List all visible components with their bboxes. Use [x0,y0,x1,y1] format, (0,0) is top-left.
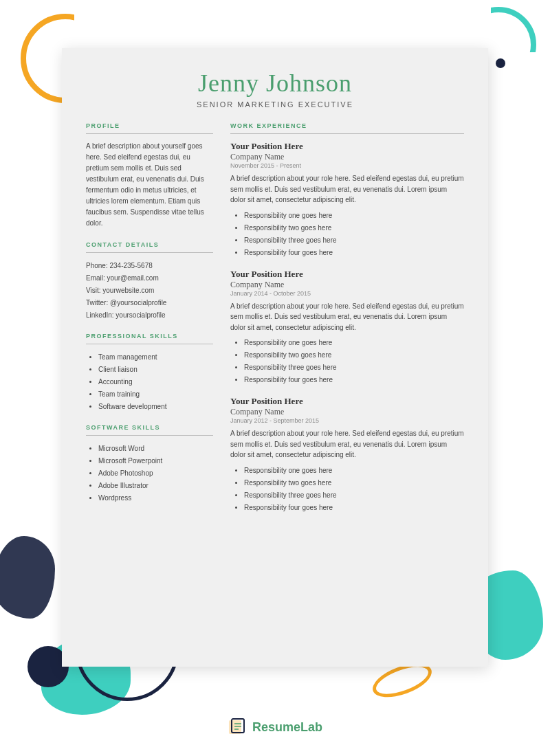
dark-dot-decoration [496,58,505,68]
profile-label: PROFILE [86,122,213,129]
software-skill-item: Microsoft Word [98,443,213,455]
contact-divider [86,252,213,253]
responsibility-item: Responsibility four goes here [244,247,464,259]
software-skills-section: SOFTWARE SKILLS Microsoft WordMicrosoft … [86,424,213,504]
software-skill-item: Wordpress [98,492,213,504]
work-experience-label: WORK EXPERIENCE [230,122,464,129]
navy-blob-decoration [0,536,55,619]
profile-divider [86,133,213,134]
work-entries-container: Your Position HereCompany NameNovember 2… [230,141,464,514]
work-position: Your Position Here [230,141,464,152]
footer-logo-text: ResumeLab [252,720,322,735]
contact-website: Visit: yourwebsite.com [86,285,213,297]
contact-details: Phone: 234-235-5678 Email: your@email.co… [86,260,213,322]
work-dates: January 2012 - September 2015 [230,417,464,424]
professional-skill-item: Software development [98,401,213,413]
software-skills-label: SOFTWARE SKILLS [86,424,213,431]
responsibility-item: Responsibility four goes here [244,374,464,386]
work-entry: Your Position HereCompany NameJanuary 20… [230,396,464,514]
work-description: A brief description about your role here… [230,173,464,205]
responsibility-item: Responsibility one goes here [244,337,464,349]
work-entry: Your Position HereCompany NameNovember 2… [230,141,464,259]
resumelab-logo-icon [228,718,247,737]
work-description: A brief description about your role here… [230,301,464,333]
responsibilities-list: Responsibility one goes hereResponsibili… [230,337,464,386]
resume-card: Jenny Johnson SENIOR MARKETING EXECUTIVE… [62,48,488,667]
responsibility-item: Responsibility two goes here [244,477,464,489]
work-entry: Your Position HereCompany NameJanuary 20… [230,269,464,387]
profile-section: PROFILE A brief description about yourse… [86,122,213,229]
responsibilities-list: Responsibility one goes hereResponsibili… [230,465,464,514]
professional-skill-item: Accounting [98,376,213,388]
candidate-title: SENIOR MARKETING EXECUTIVE [86,100,464,109]
work-dates: January 2014 - October 2015 [230,290,464,297]
work-experience-divider [230,133,464,134]
responsibility-item: Responsibility four goes here [244,502,464,514]
contact-section: CONTACT DETAILS Phone: 234-235-5678 Emai… [86,241,213,322]
footer-logo-resume: Resume [252,720,300,734]
software-skills-list: Microsoft WordMicrosoft PowerpointAdobe … [86,443,213,504]
resume-body: PROFILE A brief description about yourse… [86,122,464,525]
left-column: PROFILE A brief description about yourse… [86,122,213,525]
responsibilities-list: Responsibility one goes hereResponsibili… [230,210,464,259]
work-description: A brief description about your role here… [230,428,464,460]
responsibility-item: Responsibility two goes here [244,349,464,362]
resume-header: Jenny Johnson SENIOR MARKETING EXECUTIVE [86,69,464,109]
contact-email: Email: your@email.com [86,272,213,285]
contact-label: CONTACT DETAILS [86,241,213,248]
software-skill-item: Microsoft Powerpoint [98,455,213,467]
work-position: Your Position Here [230,396,464,407]
contact-phone: Phone: 234-235-5678 [86,260,213,272]
right-column: WORK EXPERIENCE Your Position HereCompan… [230,122,464,525]
professional-skill-item: Team training [98,388,213,401]
software-skill-item: Adobe Photoshop [98,467,213,480]
footer-logo-lab: Lab [300,720,322,734]
professional-skills-list: Team managementClient liaisonAccountingT… [86,351,213,413]
responsibility-item: Responsibility three goes here [244,234,464,247]
professional-skills-section: PROFESSIONAL SKILLS Team managementClien… [86,333,213,413]
profile-text: A brief description about yourself goes … [86,141,213,229]
contact-linkedin: LinkedIn: yoursocialprofile [86,309,213,322]
professional-skill-item: Team management [98,351,213,364]
responsibility-item: Responsibility one goes here [244,210,464,222]
software-skill-item: Adobe Illustrator [98,480,213,492]
footer-logo: ResumeLab [228,718,322,737]
work-experience-section: WORK EXPERIENCE Your Position HereCompan… [230,122,464,514]
work-company: Company Name [230,152,464,162]
candidate-name: Jenny Johnson [86,69,464,98]
professional-skills-divider [86,344,213,344]
work-company: Company Name [230,407,464,417]
work-dates: November 2015 - Present [230,162,464,169]
responsibility-item: Responsibility one goes here [244,465,464,477]
software-skills-divider [86,435,213,436]
responsibility-item: Responsibility three goes here [244,489,464,502]
work-company: Company Name [230,280,464,290]
work-position: Your Position Here [230,269,464,280]
responsibility-item: Responsibility two goes here [244,222,464,234]
professional-skill-item: Client liaison [98,364,213,376]
contact-twitter: Twitter: @yoursocialprofile [86,297,213,309]
responsibility-item: Responsibility three goes here [244,362,464,374]
professional-skills-label: PROFESSIONAL SKILLS [86,333,213,340]
